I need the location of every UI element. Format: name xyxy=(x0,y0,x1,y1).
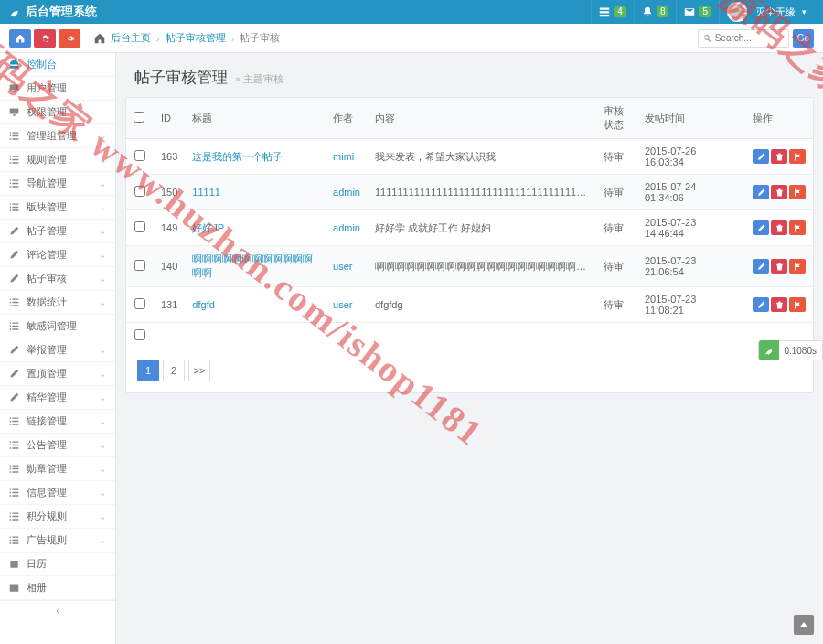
chevron-down-icon: ⌄ xyxy=(99,226,106,236)
th-id[interactable]: ID xyxy=(154,98,185,139)
delete-button[interactable] xyxy=(771,297,787,312)
th-author[interactable]: 作者 xyxy=(326,98,368,139)
mail-button[interactable]: 5 xyxy=(676,0,719,24)
search-go-button[interactable]: Go xyxy=(793,29,814,48)
edit-button[interactable] xyxy=(753,149,769,164)
sidebar-item-7[interactable]: 帖子管理⌄ xyxy=(0,220,115,243)
tasks-icon xyxy=(599,6,610,17)
row-checkbox[interactable] xyxy=(134,150,145,161)
edit-button[interactable] xyxy=(753,259,769,274)
row-checkbox[interactable] xyxy=(134,298,145,309)
user-menu[interactable]: 灭尘无缘 ▾ xyxy=(719,0,814,24)
sidebar-item-0[interactable]: 控制台 xyxy=(0,53,115,77)
pencil-icon xyxy=(757,263,765,271)
cell-author-link[interactable]: mimi xyxy=(333,151,354,162)
th-title[interactable]: 标题 xyxy=(185,98,326,139)
edit-button[interactable] xyxy=(753,220,769,235)
th-content[interactable]: 内容 xyxy=(368,98,596,139)
cell-title-link[interactable]: 啊啊啊啊啊啊啊啊啊啊啊啊啊啊 xyxy=(192,253,313,278)
list-icon xyxy=(9,178,19,188)
sidebar-item-16[interactable]: 公告管理⌄ xyxy=(0,434,115,457)
sidebar-item-9[interactable]: 帖子审核⌄ xyxy=(0,267,115,291)
sidebar-collapse-button[interactable]: ‹ xyxy=(0,600,115,618)
page-button[interactable]: 2 xyxy=(163,360,185,381)
refresh-icon xyxy=(40,34,49,43)
row-checkbox[interactable] xyxy=(134,221,145,232)
sidebar-item-3[interactable]: 管理组管理⌄ xyxy=(0,124,115,148)
breadcrumb-1[interactable]: 帖子审核管理 xyxy=(166,31,226,45)
sidebar-item-2[interactable]: 权限管理 xyxy=(0,101,115,124)
sidebar-item-10[interactable]: 数据统计⌄ xyxy=(0,291,115,315)
tasks-button[interactable]: 4 xyxy=(591,0,634,24)
delete-button[interactable] xyxy=(771,185,787,199)
performance-badge[interactable]: 0.1080s xyxy=(758,340,823,360)
row-checkbox[interactable] xyxy=(134,260,145,271)
row-checkbox[interactable] xyxy=(134,186,145,197)
cell-title-link[interactable]: dfgfd xyxy=(192,299,214,310)
cog-icon xyxy=(65,34,74,43)
cell-title-link[interactable]: 这是我的第一个帖子 xyxy=(192,151,283,162)
notifications-button[interactable]: 8 xyxy=(634,0,677,24)
sidebar-item-6[interactable]: 版块管理⌄ xyxy=(0,196,115,220)
trash-icon xyxy=(775,153,784,161)
sidebar-item-18[interactable]: 信息管理⌄ xyxy=(0,481,115,505)
sidebar-item-19[interactable]: 积分规则⌄ xyxy=(0,505,115,529)
flag-button[interactable] xyxy=(789,185,806,199)
cell-author-link[interactable]: admin xyxy=(333,187,360,198)
cell-status: 待审 xyxy=(596,246,637,287)
th-ops: 操作 xyxy=(745,98,813,139)
delete-button[interactable] xyxy=(771,149,787,164)
list-icon xyxy=(9,440,19,450)
sidebar-item-15[interactable]: 链接管理⌄ xyxy=(0,410,115,434)
sidebar-item-20[interactable]: 广告规则⌄ xyxy=(0,529,115,553)
sidebar-item-13[interactable]: 置顶管理⌄ xyxy=(0,362,115,386)
select-all-checkbox[interactable] xyxy=(134,112,144,123)
edit-button[interactable] xyxy=(753,185,769,199)
flag-button[interactable] xyxy=(789,149,806,164)
sidebar-item-14[interactable]: 精华管理⌄ xyxy=(0,386,115,410)
select-all-bottom-checkbox[interactable] xyxy=(134,329,145,340)
cell-title-link[interactable]: 好好JP xyxy=(192,222,224,233)
flag-button[interactable] xyxy=(789,297,806,312)
topbar-refresh-button[interactable] xyxy=(34,29,56,48)
flag-button[interactable] xyxy=(789,259,806,274)
cell-author-link[interactable]: admin xyxy=(333,222,360,233)
delete-button[interactable] xyxy=(771,259,787,274)
sidebar-item-5[interactable]: 导航管理⌄ xyxy=(0,172,115,196)
flag-button[interactable] xyxy=(789,220,806,235)
th-time[interactable]: 发帖时间 xyxy=(637,98,745,139)
pencil-icon xyxy=(9,226,19,236)
topbar-settings-button[interactable] xyxy=(59,29,80,48)
sidebar-item-label: 相册 xyxy=(27,581,47,595)
page-button[interactable]: >> xyxy=(188,360,210,381)
sidebar-item-11[interactable]: 敏感词管理 xyxy=(0,315,115,338)
cell-author-link[interactable]: user xyxy=(333,261,352,272)
page-button[interactable]: 1 xyxy=(137,360,159,381)
table-row: 131 dfgfd user dfgfdg 待审 2015-07-23 11:0… xyxy=(126,287,813,323)
delete-button[interactable] xyxy=(771,220,787,235)
sidebar-item-label: 日历 xyxy=(27,557,47,571)
topbar-home-button[interactable] xyxy=(9,29,31,48)
cell-title-link[interactable]: 11111 xyxy=(192,187,220,198)
sidebar-item-12[interactable]: 举报管理⌄ xyxy=(0,338,115,362)
sidebar-item-4[interactable]: 规则管理⌄ xyxy=(0,148,115,172)
sidebar-item-21[interactable]: 日历 xyxy=(0,553,115,576)
flag-icon xyxy=(794,188,802,197)
page-title: 帖子审核管理 xyxy=(134,67,228,88)
sidebar-item-8[interactable]: 评论管理⌄ xyxy=(0,243,115,267)
breadcrumb-home[interactable]: 后台主页 xyxy=(111,31,151,45)
sidebar-item-22[interactable]: 相册 xyxy=(0,576,115,600)
sidebar-item-label: 举报管理 xyxy=(27,343,67,357)
cell-time: 2015-07-23 14:46:44 xyxy=(637,210,745,246)
trash-icon xyxy=(775,263,784,271)
chevron-down-icon: ⌄ xyxy=(99,464,106,474)
sidebar-item-1[interactable]: 用户管理 xyxy=(0,77,115,101)
search-input[interactable] xyxy=(715,33,784,43)
scroll-top-button[interactable] xyxy=(794,615,814,635)
list-icon xyxy=(9,155,19,165)
sidebar-item-17[interactable]: 勋章管理⌄ xyxy=(0,457,115,481)
cell-author-link[interactable]: user xyxy=(333,299,352,310)
edit-button[interactable] xyxy=(753,297,769,312)
th-status[interactable]: 审核状态 xyxy=(596,98,637,139)
app-logo[interactable]: 后台管理系统 xyxy=(9,4,97,20)
